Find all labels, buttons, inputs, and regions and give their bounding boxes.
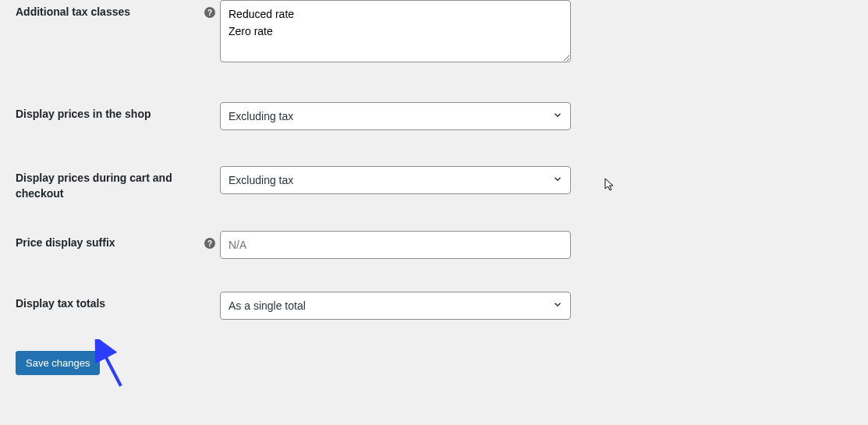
display-prices-shop-label: Display prices in the shop: [16, 107, 151, 122]
additional-tax-classes-row: Additional tax classes ?: [0, 0, 868, 65]
display-tax-totals-value: As a single total: [229, 299, 306, 312]
display-tax-totals-select[interactable]: As a single total: [220, 292, 571, 320]
additional-tax-classes-textarea[interactable]: [220, 0, 571, 62]
price-display-suffix-label: Price display suffix: [16, 236, 115, 251]
display-prices-shop-select[interactable]: Excluding tax: [220, 102, 571, 130]
display-prices-cart-row: Display prices during cart and checkout …: [0, 166, 868, 201]
help-icon[interactable]: ?: [204, 7, 215, 18]
display-prices-shop-value: Excluding tax: [229, 110, 293, 122]
svg-line-1: [101, 347, 121, 386]
display-tax-totals-row: Display tax totals As a single total: [0, 292, 868, 320]
price-display-suffix-input[interactable]: [220, 231, 571, 259]
price-display-suffix-row: Price display suffix ?: [0, 231, 868, 259]
display-prices-cart-label: Display prices during cart and checkout: [16, 171, 187, 201]
display-prices-cart-select[interactable]: Excluding tax: [220, 166, 571, 194]
display-prices-cart-value: Excluding tax: [229, 174, 293, 186]
display-prices-shop-row: Display prices in the shop Excluding tax: [0, 102, 868, 130]
display-tax-totals-label: Display tax totals: [16, 296, 105, 312]
additional-tax-classes-label: Additional tax classes: [16, 5, 130, 20]
help-icon[interactable]: ?: [204, 238, 215, 249]
save-changes-button[interactable]: Save changes: [16, 351, 100, 375]
